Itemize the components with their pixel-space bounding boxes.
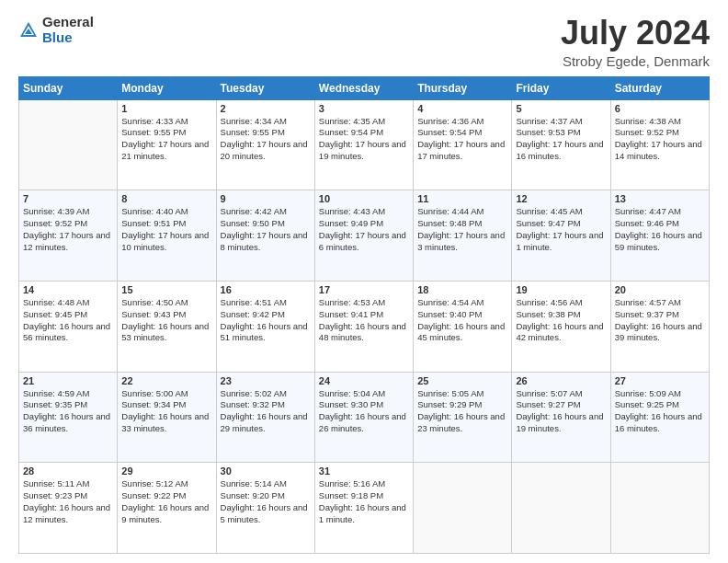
day-info: Sunrise: 5:12 AMSunset: 9:22 PMDaylight:… xyxy=(121,478,211,525)
col-saturday: Saturday xyxy=(610,76,709,99)
day-info: Sunrise: 5:11 AMSunset: 9:23 PMDaylight:… xyxy=(23,478,113,525)
day-number: 20 xyxy=(615,284,705,295)
table-row: 9Sunrise: 4:42 AMSunset: 9:50 PMDaylight… xyxy=(216,190,314,282)
table-row: 14Sunrise: 4:48 AMSunset: 9:45 PMDayligh… xyxy=(19,281,118,372)
daylight-text: Daylight: 16 hours and 23 minutes. xyxy=(417,411,507,435)
sunrise-text: Sunrise: 4:47 AM xyxy=(615,206,705,218)
calendar-header-row: Sunday Monday Tuesday Wednesday Thursday… xyxy=(19,76,710,99)
daylight-text: Daylight: 16 hours and 9 minutes. xyxy=(121,502,211,526)
daylight-text: Daylight: 17 hours and 8 minutes. xyxy=(221,230,311,254)
sunrise-text: Sunrise: 4:42 AM xyxy=(221,206,311,218)
day-number: 5 xyxy=(516,103,606,114)
daylight-text: Daylight: 16 hours and 56 minutes. xyxy=(23,321,113,345)
day-info: Sunrise: 4:40 AMSunset: 9:51 PMDaylight:… xyxy=(121,206,211,253)
table-row: 4Sunrise: 4:36 AMSunset: 9:54 PMDaylight… xyxy=(414,99,512,190)
col-tuesday: Tuesday xyxy=(216,76,314,99)
day-info: Sunrise: 4:47 AMSunset: 9:46 PMDaylight:… xyxy=(615,206,705,253)
day-number: 26 xyxy=(516,375,606,386)
sunset-text: Sunset: 9:38 PM xyxy=(516,309,606,321)
table-row: 17Sunrise: 4:53 AMSunset: 9:41 PMDayligh… xyxy=(314,281,413,372)
day-number: 14 xyxy=(23,284,113,295)
logo: General Blue xyxy=(18,15,94,45)
day-info: Sunrise: 5:04 AMSunset: 9:30 PMDaylight:… xyxy=(319,388,409,435)
calendar-week-row: 1Sunrise: 4:33 AMSunset: 9:55 PMDaylight… xyxy=(19,99,710,190)
sunrise-text: Sunrise: 5:04 AM xyxy=(319,388,409,400)
sunrise-text: Sunrise: 5:12 AM xyxy=(121,478,211,490)
day-info: Sunrise: 4:33 AMSunset: 9:55 PMDaylight:… xyxy=(121,116,211,163)
sunset-text: Sunset: 9:45 PM xyxy=(23,309,113,321)
day-info: Sunrise: 4:43 AMSunset: 9:49 PMDaylight:… xyxy=(319,206,409,253)
daylight-text: Daylight: 17 hours and 1 minute. xyxy=(516,230,606,254)
table-row: 5Sunrise: 4:37 AMSunset: 9:53 PMDaylight… xyxy=(512,99,610,190)
table-row: 28Sunrise: 5:11 AMSunset: 9:23 PMDayligh… xyxy=(19,463,118,554)
sunset-text: Sunset: 9:23 PM xyxy=(23,490,113,502)
daylight-text: Daylight: 16 hours and 1 minute. xyxy=(319,502,409,526)
col-monday: Monday xyxy=(118,76,216,99)
sunset-text: Sunset: 9:49 PM xyxy=(319,218,409,230)
daylight-text: Daylight: 16 hours and 16 minutes. xyxy=(615,411,705,435)
day-number: 2 xyxy=(221,103,311,114)
table-row: 11Sunrise: 4:44 AMSunset: 9:48 PMDayligh… xyxy=(414,190,512,282)
page: General Blue July 2024 Stroby Egede, Den… xyxy=(0,0,728,563)
day-info: Sunrise: 4:34 AMSunset: 9:55 PMDaylight:… xyxy=(221,116,311,163)
table-row: 30Sunrise: 5:14 AMSunset: 9:20 PMDayligh… xyxy=(216,463,314,554)
day-number: 8 xyxy=(121,193,211,204)
table-row: 20Sunrise: 4:57 AMSunset: 9:37 PMDayligh… xyxy=(610,281,709,372)
day-info: Sunrise: 5:05 AMSunset: 9:29 PMDaylight:… xyxy=(417,388,507,435)
sunset-text: Sunset: 9:55 PM xyxy=(121,127,211,139)
calendar-table: Sunday Monday Tuesday Wednesday Thursday… xyxy=(18,76,710,554)
sunrise-text: Sunrise: 4:35 AM xyxy=(319,116,409,128)
table-row: 21Sunrise: 4:59 AMSunset: 9:35 PMDayligh… xyxy=(19,372,118,463)
day-info: Sunrise: 4:50 AMSunset: 9:43 PMDaylight:… xyxy=(121,297,211,344)
sunrise-text: Sunrise: 4:44 AM xyxy=(417,206,507,218)
title-month: July 2024 xyxy=(561,15,710,52)
daylight-text: Daylight: 16 hours and 19 minutes. xyxy=(516,411,606,435)
daylight-text: Daylight: 16 hours and 59 minutes. xyxy=(615,230,705,254)
daylight-text: Daylight: 16 hours and 12 minutes. xyxy=(23,502,113,526)
day-info: Sunrise: 4:45 AMSunset: 9:47 PMDaylight:… xyxy=(516,206,606,253)
day-number: 22 xyxy=(121,375,211,386)
col-thursday: Thursday xyxy=(414,76,512,99)
day-number: 12 xyxy=(516,193,606,204)
day-number: 1 xyxy=(121,103,211,114)
sunrise-text: Sunrise: 5:09 AM xyxy=(615,388,705,400)
day-number: 7 xyxy=(23,193,113,204)
sunset-text: Sunset: 9:29 PM xyxy=(417,399,507,411)
sunrise-text: Sunrise: 4:38 AM xyxy=(615,116,705,128)
day-number: 16 xyxy=(221,284,311,295)
day-info: Sunrise: 4:59 AMSunset: 9:35 PMDaylight:… xyxy=(23,388,113,435)
day-number: 24 xyxy=(319,375,409,386)
sunrise-text: Sunrise: 4:34 AM xyxy=(221,116,311,128)
sunset-text: Sunset: 9:52 PM xyxy=(23,218,113,230)
col-sunday: Sunday xyxy=(19,76,118,99)
sunrise-text: Sunrise: 4:50 AM xyxy=(121,297,211,309)
sunrise-text: Sunrise: 4:53 AM xyxy=(319,297,409,309)
daylight-text: Daylight: 16 hours and 51 minutes. xyxy=(221,321,311,345)
day-number: 6 xyxy=(615,103,705,114)
day-number: 19 xyxy=(516,284,606,295)
daylight-text: Daylight: 17 hours and 17 minutes. xyxy=(417,139,507,163)
sunrise-text: Sunrise: 4:33 AM xyxy=(121,116,211,128)
table-row: 13Sunrise: 4:47 AMSunset: 9:46 PMDayligh… xyxy=(610,190,709,282)
daylight-text: Daylight: 17 hours and 3 minutes. xyxy=(417,230,507,254)
day-number: 15 xyxy=(121,284,211,295)
sunset-text: Sunset: 9:55 PM xyxy=(221,127,311,139)
daylight-text: Daylight: 16 hours and 39 minutes. xyxy=(615,321,705,345)
table-row xyxy=(512,463,610,554)
sunrise-text: Sunrise: 4:37 AM xyxy=(516,116,606,128)
day-number: 25 xyxy=(417,375,507,386)
sunrise-text: Sunrise: 4:57 AM xyxy=(615,297,705,309)
day-number: 9 xyxy=(221,193,311,204)
day-info: Sunrise: 4:53 AMSunset: 9:41 PMDaylight:… xyxy=(319,297,409,344)
day-info: Sunrise: 4:42 AMSunset: 9:50 PMDaylight:… xyxy=(221,206,311,253)
table-row: 29Sunrise: 5:12 AMSunset: 9:22 PMDayligh… xyxy=(118,463,216,554)
title-location: Stroby Egede, Denmark xyxy=(561,53,710,69)
table-row: 22Sunrise: 5:00 AMSunset: 9:34 PMDayligh… xyxy=(118,372,216,463)
table-row: 12Sunrise: 4:45 AMSunset: 9:47 PMDayligh… xyxy=(512,190,610,282)
col-wednesday: Wednesday xyxy=(314,76,413,99)
sunrise-text: Sunrise: 5:16 AM xyxy=(319,478,409,490)
table-row: 23Sunrise: 5:02 AMSunset: 9:32 PMDayligh… xyxy=(216,372,314,463)
title-block: July 2024 Stroby Egede, Denmark xyxy=(561,15,710,69)
table-row: 16Sunrise: 4:51 AMSunset: 9:42 PMDayligh… xyxy=(216,281,314,372)
daylight-text: Daylight: 16 hours and 42 minutes. xyxy=(516,321,606,345)
